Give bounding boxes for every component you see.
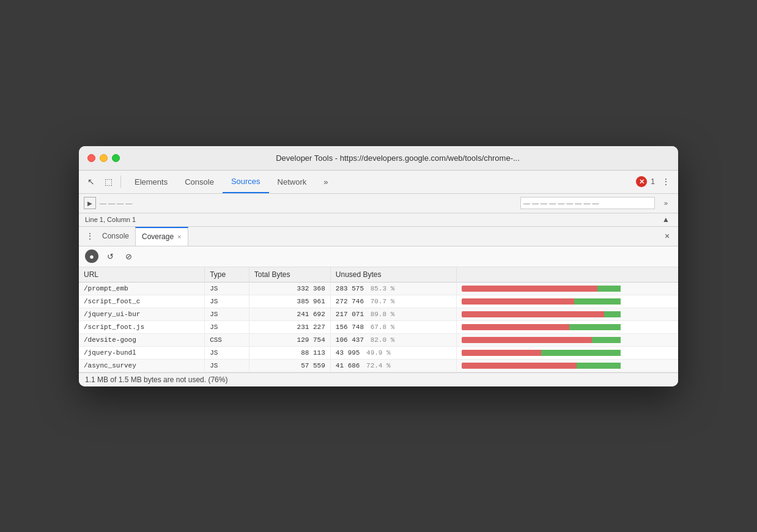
cell-total: 241 692	[249, 308, 330, 320]
unused-num: 41 686	[336, 362, 360, 369]
tab-network[interactable]: Network	[269, 171, 316, 193]
bar-unused	[462, 286, 597, 292]
table-row[interactable]: /async_survey JS 57 559 41 686 72.4 %	[79, 359, 678, 372]
more-options-icon[interactable]: ⋮	[659, 174, 673, 189]
cell-type: CSS	[205, 333, 249, 346]
col-total[interactable]: Total Bytes	[249, 267, 330, 283]
usage-bar	[462, 337, 674, 343]
unused-num: 283 575	[336, 285, 364, 292]
table-row[interactable]: /jquery-bundl JS 88 113 43 995 49.9 %	[79, 346, 678, 359]
cell-total: 332 368	[249, 282, 330, 295]
secondary-toolbar: ▶ — — — — »	[79, 194, 678, 213]
cell-url: /jquery_ui-bur	[79, 308, 205, 320]
maximize-button[interactable]	[112, 154, 120, 162]
bar-used	[592, 337, 621, 343]
record-button[interactable]: ●	[85, 249, 98, 263]
toolbar-divider	[120, 175, 121, 188]
tab-console[interactable]: Console	[176, 171, 223, 193]
play-icon[interactable]: ▶	[84, 197, 96, 209]
cell-bar	[456, 295, 678, 308]
close-button[interactable]	[87, 154, 95, 162]
unused-num: 43 995	[336, 349, 360, 357]
devtools-toolbar: ↖ ⬚ Elements Console Sources Network » ✕…	[79, 171, 678, 194]
cell-url: /script_foot.js	[79, 320, 205, 333]
bar-used	[569, 324, 621, 330]
window-title: Developer Tools - https://developers.goo…	[126, 153, 670, 163]
table-row[interactable]: /script_foot_c JS 385 961 272 746 70.7 %	[79, 295, 678, 308]
unused-pct: 82.0 %	[371, 336, 395, 344]
coverage-table-wrapper: URL Type Total Bytes Unused Bytes /promp…	[79, 267, 678, 372]
inspect-icon[interactable]: ⬚	[101, 174, 116, 189]
usage-bar	[462, 350, 674, 356]
cell-type: JS	[205, 346, 249, 359]
panel-close-icon[interactable]: ×	[661, 230, 673, 242]
breadcrumb-area: — — — —	[100, 199, 517, 207]
cell-url: /devsite-goog	[79, 333, 205, 346]
table-row[interactable]: /devsite-goog CSS 129 754 106 437 82.0 %	[79, 333, 678, 346]
coverage-tab-close[interactable]: ×	[177, 233, 181, 240]
bar-unused	[462, 298, 574, 305]
cursor-icon[interactable]: ↖	[84, 174, 98, 189]
usage-bar	[462, 363, 674, 369]
cell-bar	[456, 282, 678, 295]
cell-unused: 272 746 70.7 %	[330, 295, 456, 308]
stop-button[interactable]: ⊘	[122, 249, 135, 263]
bar-unused	[462, 324, 569, 330]
unused-pct: 67.8 %	[371, 323, 395, 331]
cell-total: 129 754	[249, 333, 330, 346]
cell-unused: 283 575 85.3 %	[330, 282, 456, 295]
bar-unused	[462, 311, 604, 317]
search-input[interactable]	[520, 197, 655, 209]
usage-bar	[462, 311, 674, 317]
title-bar: Developer Tools - https://developers.goo…	[79, 146, 678, 171]
col-url[interactable]: URL	[79, 267, 205, 283]
bar-used	[577, 363, 621, 369]
cell-unused: 41 686 72.4 %	[330, 359, 456, 372]
panel-menu-icon[interactable]: ⋮	[84, 230, 96, 242]
cell-unused: 43 995 49.9 %	[330, 346, 456, 359]
usage-bar	[462, 298, 674, 305]
status-text: Line 1, Column 1	[85, 216, 136, 223]
tab-coverage-panel[interactable]: Coverage ×	[135, 227, 188, 246]
main-tab-nav: Elements Console Sources Network »	[126, 171, 633, 193]
bar-used	[597, 286, 621, 292]
status-bar: Line 1, Column 1 ▲	[79, 213, 678, 227]
tab-console-panel[interactable]: Console	[96, 227, 135, 246]
expand-icon[interactable]: »	[659, 196, 673, 210]
unused-num: 106 437	[336, 336, 364, 344]
coverage-table: URL Type Total Bytes Unused Bytes /promp…	[79, 267, 678, 372]
cell-bar	[456, 346, 678, 359]
cell-unused: 156 748 67.8 %	[330, 320, 456, 333]
cell-unused: 106 437 82.0 %	[330, 333, 456, 346]
unused-num: 156 748	[336, 323, 364, 331]
cell-bar	[456, 333, 678, 346]
error-count: 1	[651, 177, 655, 186]
footer-bar: 1.1 MB of 1.5 MB bytes are not used. (76…	[79, 372, 678, 386]
toolbar-right: ✕ 1 ⋮	[636, 174, 673, 189]
tab-sources[interactable]: Sources	[223, 171, 269, 193]
cell-url: /script_foot_c	[79, 295, 205, 308]
bar-unused	[462, 337, 592, 343]
cell-type: JS	[205, 320, 249, 333]
minimize-button[interactable]	[100, 154, 108, 162]
traffic-lights	[87, 154, 120, 162]
tab-more[interactable]: »	[315, 171, 336, 193]
cell-total: 88 113	[249, 346, 330, 359]
table-row[interactable]: /prompt_emb JS 332 368 283 575 85.3 %	[79, 282, 678, 295]
table-row[interactable]: /script_foot.js JS 231 227 156 748 67.8 …	[79, 320, 678, 333]
bar-unused	[462, 350, 541, 356]
tab-elements[interactable]: Elements	[126, 171, 176, 193]
collapse-icon[interactable]: ▲	[660, 213, 672, 226]
table-row[interactable]: /jquery_ui-bur JS 241 692 217 071 89.8 %	[79, 308, 678, 320]
cell-total: 57 559	[249, 359, 330, 372]
refresh-button[interactable]: ↺	[103, 249, 117, 263]
bar-used	[604, 311, 621, 317]
error-icon: ✕	[636, 176, 647, 187]
unused-num: 272 746	[336, 298, 364, 305]
bar-unused	[462, 363, 577, 369]
unused-pct: 70.7 %	[371, 298, 395, 305]
cell-type: JS	[205, 308, 249, 320]
bar-used	[574, 298, 621, 305]
col-unused[interactable]: Unused Bytes	[330, 267, 456, 283]
col-type[interactable]: Type	[205, 267, 249, 283]
